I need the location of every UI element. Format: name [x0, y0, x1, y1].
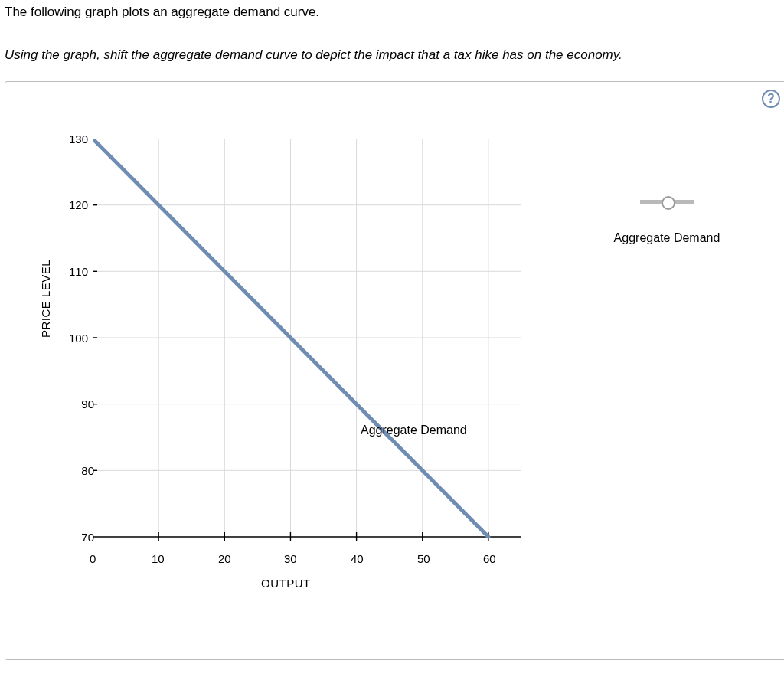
y-tick-110: 110: [57, 265, 88, 278]
legend: Aggregate Demand: [590, 196, 743, 245]
x-tick-60: 60: [483, 552, 496, 565]
legend-label: Aggregate Demand: [590, 231, 743, 245]
y-tick-80: 80: [64, 464, 94, 477]
x-tick-30: 30: [284, 552, 297, 565]
help-button[interactable]: ?: [762, 90, 780, 108]
x-tick-0: 0: [90, 552, 96, 565]
legend-handle-icon: [662, 196, 675, 210]
chart-area: PRICE LEVEL 130 120 110 100 90 80 70 0 1…: [31, 139, 782, 629]
x-tick-50: 50: [417, 552, 430, 565]
x-axis-label: OUTPUT: [261, 577, 311, 590]
graph-panel: ? PRICE LEVEL 130 120 110 100 90 80 70 0…: [5, 81, 784, 660]
series-label-aggregate-demand: Aggregate Demand: [361, 423, 467, 437]
y-tick-100: 100: [57, 332, 88, 345]
x-tick-10: 10: [152, 552, 165, 565]
plot-svg[interactable]: [93, 139, 537, 548]
intro-text: The following graph plots an aggregate d…: [5, 5, 784, 20]
aggregate-demand-tool[interactable]: [640, 196, 694, 207]
y-axis-label: PRICE LEVEL: [39, 260, 52, 338]
y-tick-70: 70: [64, 531, 94, 544]
x-tick-40: 40: [351, 552, 364, 565]
y-tick-120: 120: [57, 198, 88, 211]
y-tick-90: 90: [64, 397, 94, 410]
instruction-text: Using the graph, shift the aggregate dem…: [5, 47, 784, 63]
x-tick-20: 20: [218, 552, 231, 565]
y-tick-130: 130: [57, 132, 88, 146]
